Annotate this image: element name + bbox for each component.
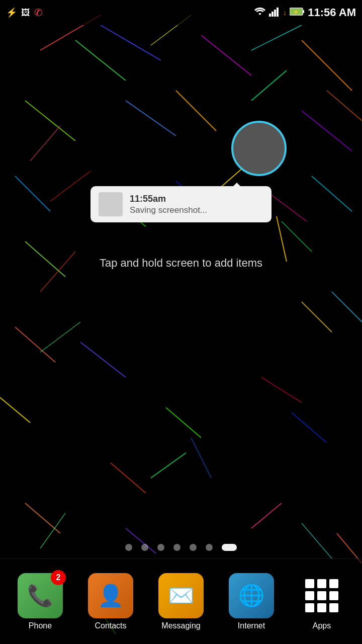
- svg-line-14: [15, 176, 50, 211]
- page-indicators: [0, 544, 362, 551]
- svg-line-19: [266, 191, 307, 221]
- svg-line-11: [251, 70, 287, 101]
- svg-line-2: [101, 25, 161, 60]
- svg-line-38: [251, 503, 282, 528]
- svg-rect-45: [269, 14, 271, 17]
- svg-line-26: [40, 322, 80, 352]
- dock-item-phone[interactable]: 📞 2 Phone: [18, 573, 63, 630]
- usb-icon: ⚡: [6, 7, 17, 18]
- dock-item-internet[interactable]: 🌐 Internet: [229, 573, 274, 630]
- status-time: 11:56 AM: [308, 6, 356, 19]
- svg-line-31: [0, 397, 30, 423]
- dock-item-messaging[interactable]: ✉️ Messaging: [158, 573, 204, 630]
- svg-line-12: [302, 111, 352, 151]
- contacts-icon[interactable]: 👤: [88, 573, 133, 618]
- status-bar: ⚡ 🖼 ✆ ↓ ⚡: [0, 0, 362, 25]
- wifi-icon: [254, 7, 266, 19]
- screenshot-info: 11:55am Saving screenshot...: [130, 194, 207, 215]
- svg-rect-47: [274, 10, 276, 17]
- svg-line-36: [40, 513, 65, 548]
- page-dot-6[interactable]: [206, 544, 213, 551]
- internet-icon[interactable]: 🌐: [229, 573, 274, 618]
- screenshot-thumbnail: [99, 192, 123, 216]
- svg-line-32: [261, 377, 302, 403]
- contacts-label: Contacts: [95, 621, 126, 630]
- svg-line-27: [80, 342, 126, 377]
- page-dot-5[interactable]: [190, 544, 197, 551]
- svg-line-10: [176, 91, 216, 131]
- page-dot-7[interactable]: [222, 544, 237, 551]
- page-dot-3[interactable]: [157, 544, 164, 551]
- battery-icon: ⚡: [290, 7, 305, 19]
- svg-rect-50: [303, 10, 304, 13]
- dock-item-apps[interactable]: Apps: [299, 573, 344, 630]
- float-widget[interactable]: [231, 121, 287, 176]
- svg-line-39: [302, 523, 332, 558]
- internet-label: Internet: [238, 621, 265, 630]
- signal-icon: [269, 7, 280, 19]
- phone-badge: 2: [51, 570, 66, 585]
- svg-line-25: [15, 327, 55, 362]
- notification-desc: Saving screenshot...: [130, 205, 207, 215]
- notification-time: 11:55am: [130, 194, 207, 204]
- messaging-label: Messaging: [161, 621, 200, 630]
- svg-line-15: [50, 171, 90, 201]
- svg-text:⚡: ⚡: [293, 9, 299, 15]
- apps-label: Apps: [313, 621, 331, 630]
- svg-line-43: [302, 302, 332, 332]
- svg-line-6: [302, 40, 352, 91]
- dock: 📞 2 Phone 👤 Contacts ✉️ Messaging 🌐 Inte…: [0, 558, 362, 644]
- svg-line-4: [201, 35, 251, 75]
- page-dot-4[interactable]: [173, 544, 180, 551]
- dock-item-contacts[interactable]: 👤 Contacts: [88, 573, 133, 630]
- svg-rect-48: [277, 8, 279, 17]
- svg-line-23: [277, 216, 287, 262]
- svg-line-34: [292, 413, 327, 443]
- apps-grid: [301, 575, 342, 616]
- screenshot-notification[interactable]: 11:55am Saving screenshot...: [90, 186, 272, 222]
- missed-call-icon: ✆: [34, 7, 43, 19]
- svg-line-29: [151, 453, 186, 478]
- svg-line-9: [126, 101, 176, 136]
- page-dot-2[interactable]: [141, 544, 148, 551]
- svg-line-28: [111, 463, 146, 493]
- download-arrow-icon: ↓: [283, 9, 287, 17]
- svg-line-7: [25, 101, 75, 141]
- svg-rect-46: [272, 12, 274, 17]
- svg-line-1: [75, 40, 126, 80]
- photo-icon: 🖼: [21, 8, 30, 18]
- svg-line-13: [327, 91, 362, 121]
- svg-line-5: [251, 25, 302, 50]
- apps-icon[interactable]: [299, 573, 344, 618]
- svg-line-44: [332, 292, 362, 322]
- svg-line-24: [282, 221, 312, 252]
- status-right-icons: ↓ ⚡ 11:56 AM: [254, 6, 356, 19]
- svg-line-20: [312, 176, 352, 211]
- svg-line-35: [25, 503, 60, 533]
- svg-line-8: [30, 126, 60, 161]
- messaging-icon[interactable]: ✉️: [158, 573, 204, 618]
- hint-text: Tap and hold screen to add items: [0, 257, 362, 270]
- svg-line-30: [191, 438, 211, 478]
- page-dot-1[interactable]: [125, 544, 132, 551]
- svg-line-33: [166, 408, 201, 438]
- status-left-icons: ⚡ 🖼 ✆: [6, 7, 43, 19]
- phone-icon[interactable]: 📞 2: [18, 573, 63, 618]
- phone-label: Phone: [29, 621, 52, 630]
